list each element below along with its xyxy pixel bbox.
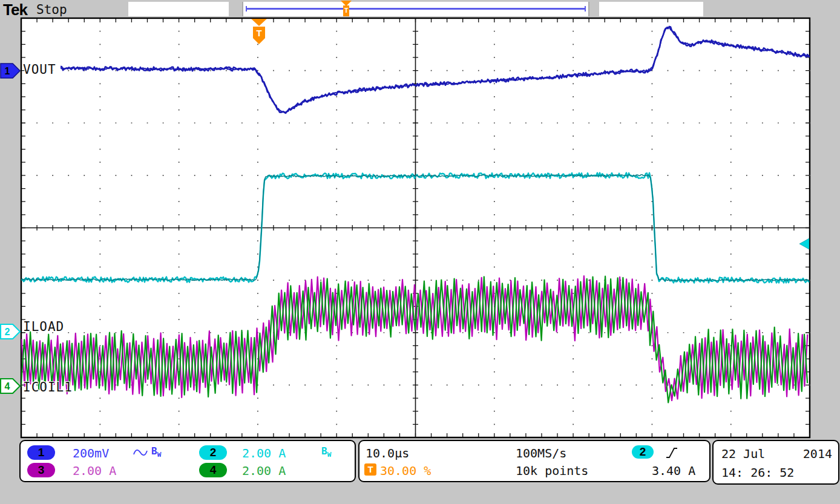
ch2-badge[interactable]: 2 xyxy=(199,445,227,460)
trigger-source-badge[interactable]: 2 xyxy=(632,445,654,459)
record-length-readout: 10k points xyxy=(516,463,588,478)
year-readout: 2014 xyxy=(803,447,832,461)
ch2-marker-number: 2 xyxy=(5,327,10,337)
ch2-waveform-label: ILOAD xyxy=(23,319,64,334)
horizontal-trigger-readout-box: 10.0µs 100MS/s 2 T 30.00 % 10k points 3.… xyxy=(358,440,710,482)
ch1-position-marker[interactable]: 1 xyxy=(1,64,20,78)
ch1-waveform-label: VOUT xyxy=(23,62,56,77)
ch3-badge[interactable]: 3 xyxy=(27,463,55,477)
datetime-box: 22 Jul 2014 14: 26: 52 xyxy=(712,440,839,485)
channel-readout-box: 1 200mV BW 2 2.00 A BW 3 2.00 A 4 2.00 A xyxy=(19,440,356,482)
ch2-scale: 2.00 A xyxy=(242,446,286,460)
sample-rate-readout: 100MS/s xyxy=(516,446,566,460)
rising-edge-icon xyxy=(665,446,678,459)
date-readout: 22 Jul xyxy=(721,447,765,461)
ch1-marker-number: 1 xyxy=(5,66,10,76)
trigger-position-indicator-topbar[interactable]: T xyxy=(340,1,352,18)
ch3-scale: 2.00 A xyxy=(73,463,116,478)
trigger-t-glyph: T xyxy=(256,28,261,38)
time-readout: 14: 26: 52 xyxy=(721,465,794,480)
waveform-display: T 1 2 4 xyxy=(0,0,840,504)
ch1-bandwidth-icon: BW xyxy=(151,445,161,459)
ch2-position-marker[interactable]: 2 xyxy=(1,324,20,339)
ac-coupling-icon xyxy=(133,448,148,457)
timebase-readout: 10.0µs xyxy=(366,446,409,460)
trigger-position-readout: 30.00 % xyxy=(380,463,431,478)
ch4-badge[interactable]: 4 xyxy=(199,463,227,477)
ch4-waveform-label: ICOIL1 xyxy=(23,380,73,394)
ch4-position-marker[interactable]: 4 xyxy=(1,379,20,393)
trigger-level-readout: 3.40 A xyxy=(652,463,695,478)
ch1-scale: 200mV xyxy=(73,446,109,460)
oscilloscope-screen: { "header": { "brand": "Tek", "acq_statu… xyxy=(0,0,840,504)
ch4-scale: 2.00 A xyxy=(242,463,286,478)
trigger-position-t-icon: T xyxy=(364,463,376,476)
ch2-bandwidth-icon: BW xyxy=(321,445,331,459)
ch1-badge[interactable]: 1 xyxy=(27,445,55,460)
trigger-t-icon: T xyxy=(343,5,349,16)
ch4-marker-number: 4 xyxy=(5,381,10,391)
